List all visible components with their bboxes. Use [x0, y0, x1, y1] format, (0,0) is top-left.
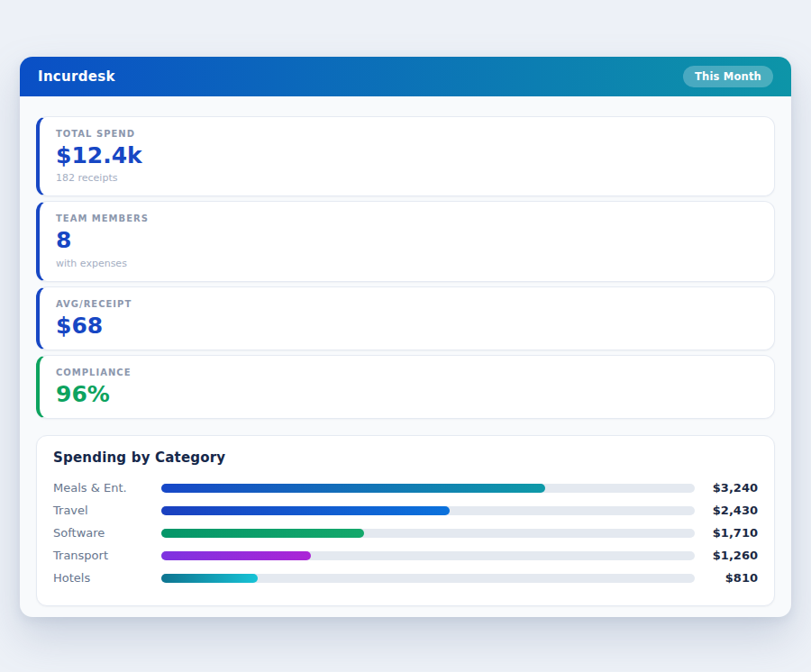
bar-value: $2,430 — [695, 504, 758, 517]
bar-value: $1,260 — [695, 549, 758, 562]
bar-track — [161, 574, 695, 583]
category-label: Travel — [53, 504, 161, 517]
dashboard-content: TOTAL SPEND $12.4k 182 receipts TEAM MEM… — [20, 96, 791, 606]
spending-by-category-panel: Spending by Category Meals & Ent. $3,240… — [36, 435, 775, 606]
stat-label: COMPLIANCE — [56, 368, 760, 377]
stat-label: AVG/RECEIPT — [56, 299, 760, 309]
panel-title: Spending by Category — [53, 450, 758, 466]
dashboard-container: Incurdesk This Month TOTAL SPEND $12.4k … — [20, 57, 791, 617]
bar-value: $1,710 — [695, 526, 758, 540]
chart-row-travel: Travel $2,430 — [53, 499, 758, 522]
bar-track — [161, 506, 695, 515]
stat-value: 96% — [56, 383, 760, 406]
bar-fill-meals — [161, 484, 545, 493]
bar-value: $3,240 — [695, 481, 758, 495]
category-label: Transport — [53, 549, 161, 562]
bar-fill-travel — [161, 506, 450, 515]
app-title: Incurdesk — [38, 68, 115, 85]
stat-value: 8 — [56, 229, 760, 252]
chart-row-hotels: Hotels $810 — [53, 567, 758, 589]
category-label: Software — [53, 526, 161, 540]
bar-fill-hotels — [161, 574, 258, 583]
stat-sub: 182 receipts — [56, 172, 760, 184]
stat-label: TOTAL SPEND — [56, 129, 760, 139]
stat-card-team-members: TEAM MEMBERS 8 with expenses — [36, 201, 775, 281]
stat-card-compliance: COMPLIANCE 96% — [36, 355, 775, 419]
bar-fill-software — [161, 529, 364, 538]
bar-track — [161, 551, 695, 560]
period-badge[interactable]: This Month — [683, 66, 773, 87]
stat-value: $68 — [56, 314, 760, 338]
stat-label: TEAM MEMBERS — [56, 213, 760, 223]
category-label: Hotels — [53, 571, 161, 585]
stat-value: $12.4k — [56, 144, 760, 168]
bar-fill-transport — [161, 551, 311, 560]
stat-sub: with expenses — [56, 258, 760, 269]
app-header: Incurdesk This Month — [20, 57, 791, 96]
category-label: Meals & Ent. — [53, 481, 161, 495]
stat-card-avg-receipt: AVG/RECEIPT $68 — [36, 286, 775, 350]
chart-row-software: Software $1,710 — [53, 522, 758, 544]
bar-track — [161, 529, 695, 538]
bar-track — [161, 484, 695, 493]
bar-value: $810 — [695, 571, 758, 585]
stat-card-total-spend: TOTAL SPEND $12.4k 182 receipts — [36, 116, 775, 196]
chart-row-meals: Meals & Ent. $3,240 — [53, 477, 758, 499]
chart-row-transport: Transport $1,260 — [53, 544, 758, 567]
